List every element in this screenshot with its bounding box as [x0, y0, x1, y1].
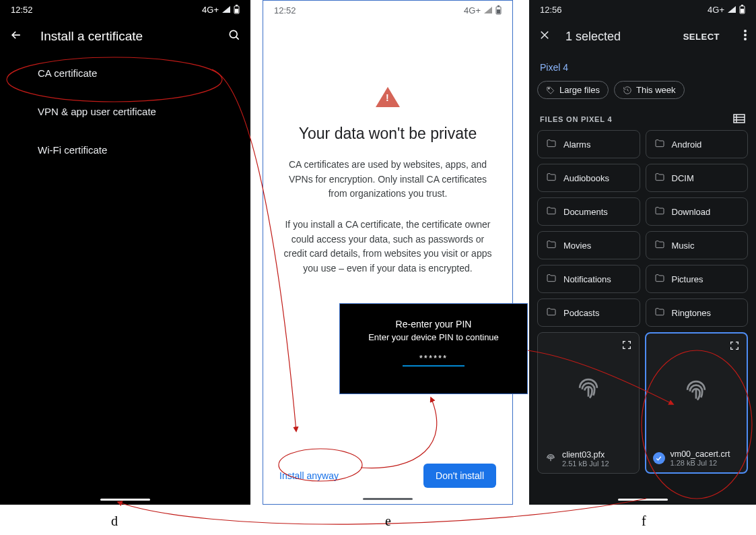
folder-android[interactable]: Android: [646, 130, 749, 158]
status-net: 4G+: [202, 5, 219, 15]
header-bar: 1 selected SELECT: [529, 19, 756, 54]
list-item-vpn-cert[interactable]: VPN & app user certificate: [0, 92, 250, 131]
fingerprint-icon: [574, 372, 603, 402]
svg-rect-5: [497, 5, 500, 7]
dont-install-button[interactable]: Don't install: [423, 464, 496, 488]
home-indicator[interactable]: [100, 499, 150, 501]
folder-icon: [654, 172, 665, 185]
expand-icon[interactable]: [729, 340, 740, 354]
status-time: 12:52: [274, 5, 296, 15]
status-time: 12:52: [11, 5, 33, 15]
status-bar: 12:52 4G+: [263, 1, 512, 20]
folder-icon: [654, 307, 665, 319]
status-net: 4G+: [708, 5, 724, 15]
warning-content: Your data won't be private CA certificat…: [263, 20, 512, 276]
folder-label: Documents: [563, 207, 608, 217]
folder-movies[interactable]: Movies: [537, 231, 640, 259]
folder-label: Ringtones: [672, 308, 712, 318]
selection-count: 1 selected: [565, 30, 668, 44]
svg-point-3: [230, 30, 237, 38]
signal-icon: [727, 5, 736, 13]
folder-alarms[interactable]: Alarms: [537, 130, 640, 158]
section-header: FILES ON PIXEL 4: [529, 103, 756, 130]
alert-icon: [376, 87, 400, 107]
folder-pictures[interactable]: Pictures: [646, 265, 749, 293]
tag-icon: [546, 86, 555, 95]
folder-icon: [546, 307, 557, 319]
back-icon[interactable]: [9, 28, 23, 45]
file-name: vm00_cacert.crt: [671, 449, 730, 459]
home-indicator[interactable]: [363, 498, 413, 500]
device-install-cert: 12:52 4G+ Install a certificate CA certi…: [0, 0, 250, 505]
caption-d: d: [111, 513, 118, 529]
folder-label: Download: [672, 207, 711, 217]
file-tile-cacert[interactable]: vm00_cacert.crt 1.28 kB Jul 12: [645, 332, 749, 474]
svg-point-10: [744, 30, 747, 32]
folder-music[interactable]: Music: [646, 231, 749, 259]
header-bar: Install a certificate: [0, 19, 250, 54]
svg-rect-8: [741, 5, 743, 6]
status-right: 4G+: [708, 5, 745, 15]
close-icon[interactable]: [539, 29, 551, 44]
pin-title: Re-enter your PIN: [340, 319, 527, 329]
chip-this-week[interactable]: This week: [614, 81, 685, 99]
device-file-picker: 12:56 4G+ 1 selected SELECT Pixel 4 Larg…: [529, 0, 756, 505]
section-title: FILES ON PIXEL 4: [540, 115, 612, 123]
more-icon[interactable]: [744, 30, 747, 43]
folder-audiobooks[interactable]: Audiobooks: [537, 164, 640, 192]
folder-download[interactable]: Download: [646, 197, 749, 226]
pin-subtitle: Enter your device PIN to continue: [340, 332, 527, 342]
folder-documents[interactable]: Documents: [537, 197, 640, 226]
list-item-ca-cert[interactable]: CA certificate: [0, 54, 250, 92]
status-bar: 12:56 4G+: [529, 0, 756, 19]
battery-icon: [739, 5, 745, 14]
selected-check-icon: [653, 452, 665, 464]
svg-rect-2: [235, 9, 238, 13]
signal-icon: [221, 5, 231, 13]
expand-icon[interactable]: [621, 340, 632, 353]
search-icon[interactable]: [228, 28, 241, 45]
status-right: 4G+: [202, 5, 240, 15]
pin-input[interactable]: ******: [403, 353, 465, 367]
folder-ringtones[interactable]: Ringtones: [646, 298, 749, 327]
fingerprint-icon: [545, 451, 557, 466]
svg-point-13: [549, 88, 550, 89]
select-button[interactable]: SELECT: [683, 32, 720, 42]
breadcrumb[interactable]: Pixel 4: [529, 54, 756, 77]
caption-e: e: [385, 513, 391, 529]
folder-podcasts[interactable]: Podcasts: [537, 298, 640, 327]
page-title: Install a certificate: [40, 29, 210, 44]
svg-rect-9: [741, 9, 744, 13]
warning-title: Your data won't be private: [282, 125, 493, 143]
folder-icon: [546, 239, 557, 252]
signal-icon: [483, 6, 493, 14]
device-warning: 12:52 4G+ Your data won't be private CA …: [263, 0, 513, 505]
folder-label: Alarms: [563, 139, 590, 150]
folder-dcim[interactable]: DCIM: [646, 164, 749, 192]
folder-notifications[interactable]: Notifications: [537, 265, 640, 293]
list-item-wifi-cert[interactable]: Wi-Fi certificate: [0, 131, 250, 169]
view-list-icon[interactable]: [733, 114, 745, 125]
file-tile-client03[interactable]: client03.pfx 2.51 kB Jul 12: [537, 332, 640, 474]
home-indicator[interactable]: [618, 499, 668, 501]
folder-label: Movies: [563, 241, 591, 251]
filter-chips: Large files This week: [529, 77, 756, 103]
battery-icon: [234, 5, 240, 14]
status-net: 4G+: [464, 5, 481, 15]
folder-label: Pictures: [672, 274, 703, 284]
svg-point-11: [744, 34, 747, 36]
caption-f: f: [642, 513, 646, 529]
file-meta: 1.28 kB Jul 12: [671, 459, 730, 467]
folder-label: Audiobooks: [563, 173, 609, 183]
chip-label: Large files: [559, 85, 600, 95]
install-anyway-button[interactable]: Install anyway: [279, 470, 339, 481]
svg-rect-6: [497, 9, 500, 13]
chip-large-files[interactable]: Large files: [537, 81, 609, 99]
pin-dialog: Re-enter your PIN Enter your device PIN …: [339, 303, 528, 394]
status-time: 12:56: [540, 5, 562, 15]
svg-rect-14: [734, 115, 745, 123]
folder-icon: [654, 239, 665, 252]
svg-rect-1: [236, 5, 238, 6]
button-row: Install anyway Don't install: [263, 464, 512, 488]
status-right: 4G+: [464, 5, 502, 15]
